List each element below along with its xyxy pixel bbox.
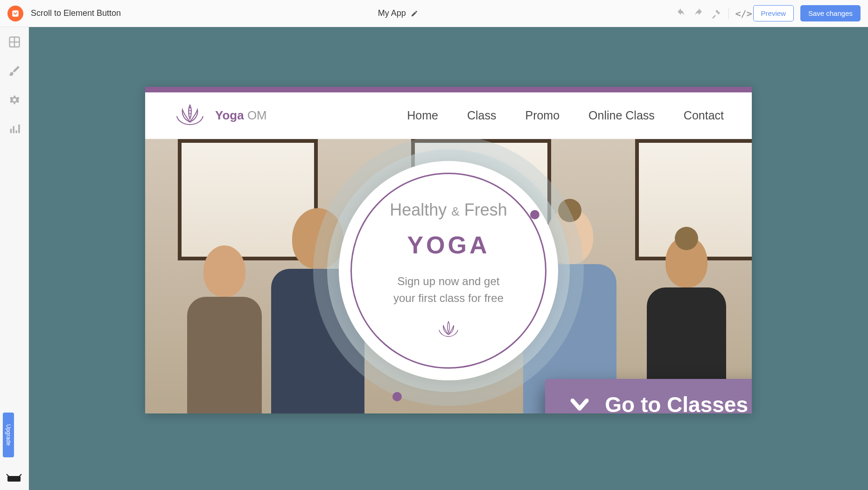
svg-point-7 (189, 112, 191, 114)
hero-title: YOGA (364, 231, 532, 259)
hero-section: Healthy & Fresh YOGA Sign up now and get… (145, 139, 752, 413)
site-logo[interactable]: Yoga OM (173, 101, 267, 130)
svg-point-6 (189, 110, 191, 111)
app-logo[interactable] (7, 6, 23, 21)
editor-topbar: Scroll to Element Button My App </> Prev… (0, 0, 868, 27)
cta-label: Go to Classes (605, 392, 748, 413)
hero-tagline: Healthy & Fresh (364, 200, 532, 220)
grid-icon[interactable] (8, 35, 21, 49)
preview-button[interactable]: Preview (753, 5, 794, 21)
editor-sidebar: Upgrade (0, 27, 29, 490)
code-icon[interactable]: </> (735, 8, 747, 19)
breadcrumb: Scroll to Element Button (31, 8, 121, 18)
brush-icon[interactable] (8, 64, 21, 77)
edit-icon[interactable] (411, 10, 418, 17)
website-preview: Yoga OM Home Class Promo Online Class Co… (145, 87, 752, 413)
go-to-classes-button[interactable]: Go to Classes (545, 379, 752, 413)
undo-icon[interactable] (675, 8, 686, 19)
nav-item-class[interactable]: Class (467, 109, 497, 122)
separator (728, 8, 729, 19)
hero-subtitle: Sign up now and getyour first class for … (364, 273, 532, 307)
analytics-icon[interactable] (8, 122, 21, 135)
accent-dot (392, 392, 402, 401)
accent-strip (145, 87, 752, 92)
nav-item-home[interactable]: Home (407, 109, 438, 122)
bug-icon[interactable] (5, 472, 23, 483)
lotus-icon (437, 320, 460, 339)
chevron-down-icon (567, 392, 592, 413)
site-navbar: Yoga OM Home Class Promo Online Class Co… (145, 92, 752, 139)
nav-item-online-class[interactable]: Online Class (588, 109, 655, 122)
upgrade-button[interactable]: Upgrade (3, 413, 14, 457)
hero-text: Healthy & Fresh YOGA Sign up now and get… (364, 200, 532, 341)
hammer-icon[interactable] (711, 8, 722, 19)
gear-icon[interactable] (8, 93, 21, 106)
nav-item-contact[interactable]: Contact (684, 109, 724, 122)
nav-links: Home Class Promo Online Class Contact (407, 109, 724, 122)
svg-point-5 (189, 107, 191, 108)
nav-item-promo[interactable]: Promo (525, 109, 560, 122)
editor-canvas: Yoga OM Home Class Promo Online Class Co… (29, 27, 868, 490)
redo-icon[interactable] (693, 8, 704, 19)
app-name[interactable]: My App (378, 8, 406, 18)
save-button[interactable]: Save changes (800, 5, 861, 21)
svg-rect-0 (12, 10, 19, 17)
lotus-icon (173, 101, 207, 130)
chevron-down-icon (11, 9, 20, 18)
site-logo-text: Yoga OM (215, 108, 267, 123)
